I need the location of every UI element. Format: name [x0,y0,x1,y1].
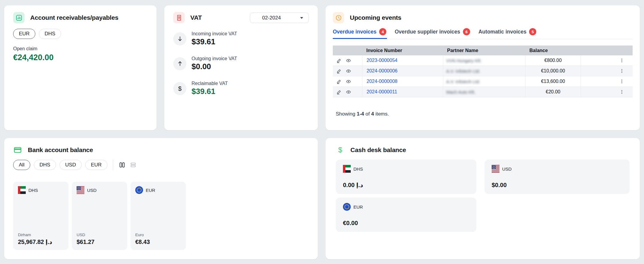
edit-icon[interactable] [336,58,341,63]
tab-badge: 4 [379,28,386,35]
account-label: Dirham [18,233,64,237]
tab-automatic-invoices[interactable]: Automatic invoices 5 [479,28,537,39]
grid-view-button[interactable] [119,161,126,169]
partner-name: A.V. Infotech Ltd. [446,79,480,84]
edit-icon[interactable] [336,79,341,84]
receipt-icon [173,12,185,23]
column-header-menu [581,45,633,55]
currency-pill-eur[interactable]: EUR [13,29,35,39]
cash-card-eur: EUR €0.00 [336,198,476,232]
account-label: Euro [135,233,181,237]
balance-value: €13,600.00 [525,76,581,87]
table-header-row: Invoice Number Partner Name Balance [333,45,633,55]
card-title: Bank account balance [28,146,93,154]
cash-value: €0.00 [343,220,469,227]
account-code: USD [87,188,97,193]
column-header-partner-name: Partner Name [443,45,525,55]
events-tabs: Overdue invoices 4 Overdue supplier invo… [333,28,633,39]
stat-label: Incoming invoice VAT [192,31,237,37]
invoice-link[interactable]: 2024-0000006 [367,68,397,74]
filter-pill-dhs[interactable]: DHS [34,160,56,170]
tab-overdue-invoices[interactable]: Overdue invoices 4 [333,28,387,39]
card-vat: VAT 02-2024 Incoming invoice VAT $39.61 [164,5,318,130]
clock-icon [333,12,344,23]
us-flag-icon [77,186,84,194]
cash-value: 0.00 د.إ [343,181,469,189]
edit-icon[interactable] [336,89,341,95]
cash-card-dhs: DHS 0.00 د.إ [336,160,476,194]
overdue-invoices-table: Invoice Number Partner Name Balance 2023… [333,45,633,97]
dollar-icon: $ [173,82,186,95]
uae-flag-icon [18,186,26,194]
dollar-icon: $ [336,146,345,154]
bank-filter-group: All DHS USD EUR [13,160,107,170]
pagination-summary: Showing 1-4 of 4 items. [333,111,633,117]
arrow-down-icon [173,32,186,45]
period-select-value: 02-2024 [262,15,281,21]
kebab-menu-icon[interactable] [619,58,624,63]
column-header-actions [333,45,362,55]
eye-icon[interactable] [346,69,351,74]
eye-icon[interactable] [346,79,351,84]
cash-value: $0.00 [492,182,622,189]
account-code: EUR [353,204,363,210]
credit-card-icon [13,146,22,154]
kebab-menu-icon[interactable] [619,79,624,84]
table-row: 2024-0000011 Mach Auto Kft. €20.00 [333,87,633,97]
balance-value: €20.00 [525,87,581,97]
card-cash-desk-balance: $ Cash desk balance DHS 0.00 د.إ USD $0.… [326,138,640,259]
invoice-link[interactable]: 2024-0000008 [367,79,397,84]
us-flag-icon [492,165,499,173]
table-row: 2024-0000006 A.V. Infotech Ltd. €10,000.… [333,66,633,76]
filter-pill-usd[interactable]: USD [60,160,82,170]
eu-flag-icon [135,186,143,194]
tab-overdue-supplier-invoices[interactable]: Overdue supplier invoices 6 [395,28,471,39]
chevron-down-icon [300,17,303,19]
partner-name: VVN Hungary Kft. [446,58,482,63]
stat-label: Outgoing invoice VAT [192,56,237,61]
list-view-button[interactable] [130,161,137,169]
account-code: DHS [353,166,363,172]
arrow-up-icon [173,57,186,70]
filter-pill-eur[interactable]: EUR [85,160,107,170]
account-label: USD [77,233,122,237]
column-header-balance: Balance [525,45,581,55]
cash-desk-cards: DHS 0.00 د.إ USD $0.00 EUR €0.00 [336,160,630,232]
eu-flag-icon [343,203,351,211]
partner-name: Mach Auto Kft. [446,89,476,95]
balance-value: €10,000.00 [525,66,581,76]
open-claim-value: €24,420.00 [13,53,148,62]
partner-name: A.V. Infotech Ltd. [446,69,480,74]
cash-card-usd: USD $0.00 [484,160,630,194]
account-code: DHS [28,188,38,193]
period-select[interactable]: 02-2024 [250,13,309,23]
uae-flag-icon [343,165,351,173]
account-card-usd: USD USD $61.27 [72,182,127,250]
eye-icon[interactable] [346,58,351,63]
account-value: 25,967.82 د.إ [18,239,64,245]
tab-badge: 5 [529,28,536,35]
kebab-menu-icon[interactable] [619,89,624,94]
account-code: USD [502,166,512,172]
kebab-menu-icon[interactable] [619,69,624,73]
card-bank-account-balance: Bank account balance All DHS USD EUR [4,138,318,259]
account-code: EUR [146,188,155,193]
bank-account-cards: DHS Dirham 25,967.82 د.إ USD USD $61.27 [11,182,311,250]
stat-incoming-vat: Incoming invoice VAT $39.61 [173,31,309,46]
invoice-link[interactable]: 2023-0000054 [367,58,397,63]
card-title: Cash desk balance [350,146,406,154]
eye-icon[interactable] [346,89,351,95]
stat-value: $0.00 [192,62,237,71]
balance-value: €800.00 [525,55,581,66]
divider [113,160,113,170]
stat-label: Reclaimable VAT [192,81,228,86]
invoice-link[interactable]: 2024-0000011 [367,89,397,95]
edit-icon[interactable] [336,69,341,74]
column-header-invoice-number: Invoice Number [362,45,443,55]
stat-value: $39.61 [192,37,237,46]
bar-chart-icon [13,12,25,23]
open-claim-label: Open claim [13,46,148,51]
account-value: $61.27 [77,239,122,245]
currency-pill-dhs[interactable]: DHS [39,29,61,39]
filter-pill-all[interactable]: All [13,160,30,170]
